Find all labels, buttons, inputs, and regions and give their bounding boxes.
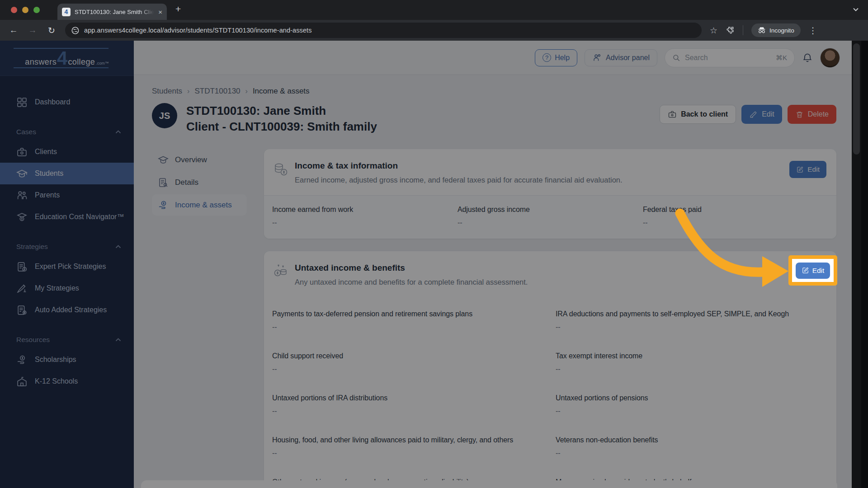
search-input[interactable]: Search ⌘K	[665, 48, 795, 67]
address-bar[interactable]: app.answers4college.local/advisor/studen…	[65, 23, 702, 38]
minimize-window-button[interactable]	[22, 7, 28, 13]
edit-label: Edit	[812, 267, 825, 275]
site-info-icon[interactable]	[71, 27, 79, 34]
field: Untaxed portions of IRA distributions --	[272, 394, 545, 415]
extensions-puzzle-icon[interactable]	[726, 26, 735, 35]
edit-student-button[interactable]: Edit	[741, 105, 782, 124]
browser-menu-icon[interactable]: ⋮	[809, 25, 817, 36]
back-to-client-button[interactable]: Back to client	[660, 105, 736, 124]
new-tab-button[interactable]: +	[175, 4, 181, 14]
sidebar-section-strategies[interactable]: Strategies	[0, 238, 134, 256]
sidebar-item-students[interactable]: Students	[0, 163, 134, 184]
breadcrumb-student-id[interactable]: STDT100130	[194, 87, 240, 96]
graduation-cap-icon	[16, 168, 28, 179]
delete-student-button[interactable]: Delete	[788, 105, 836, 124]
edit-income-tax-button[interactable]: Edit	[789, 161, 826, 178]
sidebar-item-auto-added-strategies[interactable]: Auto Added Strategies	[0, 299, 134, 321]
bookmark-star-icon[interactable]: ☆	[710, 25, 717, 36]
sidebar-nav: Dashboard Cases Clients Students	[0, 76, 134, 392]
app-header: ? Help Advisor panel Search ⌘K	[134, 41, 852, 75]
edit-untaxed-income-button[interactable]: Edit	[796, 263, 830, 279]
page-subtitle: Client - CLNT100039: Smith family	[186, 119, 377, 135]
edit-pencil-icon	[802, 267, 809, 274]
forward-icon[interactable]: →	[27, 25, 38, 35]
delete-student-label: Delete	[808, 110, 829, 118]
advisor-panel-button[interactable]: Advisor panel	[585, 49, 657, 66]
field-value: --	[272, 219, 458, 227]
dashboard-grid-icon	[16, 97, 28, 108]
parents-people-icon	[16, 190, 28, 201]
logo-tm: ™	[105, 61, 109, 66]
field-value: --	[272, 323, 545, 331]
back-icon[interactable]: ←	[8, 25, 19, 35]
app-logo[interactable]: answers 4 college .com™	[0, 41, 134, 76]
sidebar-item-dashboard[interactable]: Dashboard	[0, 91, 134, 113]
window-controls	[11, 7, 40, 13]
hand-coin-icon	[158, 200, 169, 211]
sidebar-item-label: Students	[35, 169, 63, 178]
tab-income-and-assets[interactable]: Income & assets	[152, 194, 247, 216]
sidebar-item-scholarships[interactable]: Scholarships	[0, 349, 134, 371]
zoom-window-button[interactable]	[33, 7, 40, 13]
field-label: Child support received	[272, 352, 545, 360]
scrollbar-thumb[interactable]	[853, 43, 860, 155]
sidebar-item-expert-pick-strategies[interactable]: Expert Pick Strategies	[0, 256, 134, 277]
help-label: Help	[555, 54, 570, 62]
field-value: --	[556, 407, 828, 415]
field-label: Income earned from work	[272, 206, 458, 214]
field-label: IRA deductions and payments to self-empl…	[556, 310, 828, 318]
briefcase-icon	[16, 146, 28, 158]
breadcrumb-students[interactable]: Students	[152, 87, 182, 96]
highlight-inner: Edit	[792, 259, 834, 282]
field: IRA deductions and payments to self-empl…	[556, 310, 828, 331]
search-icon	[672, 54, 680, 62]
advisor-person-icon	[592, 53, 602, 62]
hand-coin-icon	[16, 354, 28, 366]
field-label: Tax exempt interest income	[556, 352, 828, 360]
incognito-badge: Incognito	[751, 23, 801, 37]
sidebar-item-label: Clients	[35, 148, 57, 156]
scrollbar-track[interactable]	[852, 41, 861, 488]
sidebar-item-education-cost-navigator[interactable]: Education Cost Navigator™	[0, 206, 134, 228]
field: Tax exempt interest income --	[556, 352, 828, 373]
help-button[interactable]: ? Help	[535, 49, 577, 66]
tab-search-chevron-icon[interactable]	[853, 7, 859, 12]
tab-close-icon[interactable]: ×	[158, 8, 162, 16]
field: Untaxed portions of pensions --	[556, 394, 828, 415]
card-title: Untaxed income & benefits	[295, 263, 528, 273]
edit-pencil-icon	[796, 166, 804, 174]
logo-line-bottom	[14, 67, 108, 68]
sidebar-section-resources[interactable]: Resources	[0, 331, 134, 349]
tab-label: Income & assets	[175, 201, 232, 210]
sidebar-item-my-strategies[interactable]: My Strategies	[0, 277, 134, 299]
notifications-bell-icon[interactable]	[802, 52, 813, 63]
edit-student-label: Edit	[762, 110, 774, 118]
sidebar-item-label: Education Cost Navigator™	[35, 213, 124, 221]
sidebar-item-parents[interactable]: Parents	[0, 184, 134, 206]
briefcase-icon	[668, 110, 677, 119]
user-avatar[interactable]	[820, 48, 840, 68]
income-coins-icon	[272, 161, 288, 177]
logo-word-answers: answers	[25, 57, 57, 67]
sidebar-item-label: Auto Added Strategies	[35, 306, 107, 314]
sidebar-item-clients[interactable]: Clients	[0, 141, 134, 163]
field-label: Untaxed portions of pensions	[556, 394, 828, 402]
sidebar: answers 4 college .com™ Dashboard Cases	[0, 41, 134, 488]
sidebar-item-k12-schools[interactable]: K-12 Schools	[0, 371, 134, 392]
field-value: --	[556, 365, 828, 373]
section-label: Resources	[16, 336, 50, 344]
sidebar-section-cases[interactable]: Cases	[0, 123, 134, 141]
browser-toolbar: ← → ↻ app.answers4college.local/advisor/…	[0, 20, 868, 41]
browser-tab[interactable]: 4 STDT100130: Jane Smith Clie ×	[57, 4, 167, 20]
highlight-box: Edit	[788, 255, 837, 286]
field: Veterans non-education benefits --	[556, 436, 828, 457]
sidebar-item-label: K-12 Schools	[35, 377, 78, 385]
url-text: app.answers4college.local/advisor/studen…	[84, 27, 312, 34]
tab-overview[interactable]: Overview	[152, 149, 247, 170]
question-icon: ?	[542, 53, 551, 62]
close-window-button[interactable]	[11, 7, 17, 13]
tab-details[interactable]: Details	[152, 172, 247, 193]
school-building-icon	[16, 376, 28, 387]
sidebar-item-label: Parents	[35, 191, 60, 199]
reload-icon[interactable]: ↻	[46, 25, 57, 36]
